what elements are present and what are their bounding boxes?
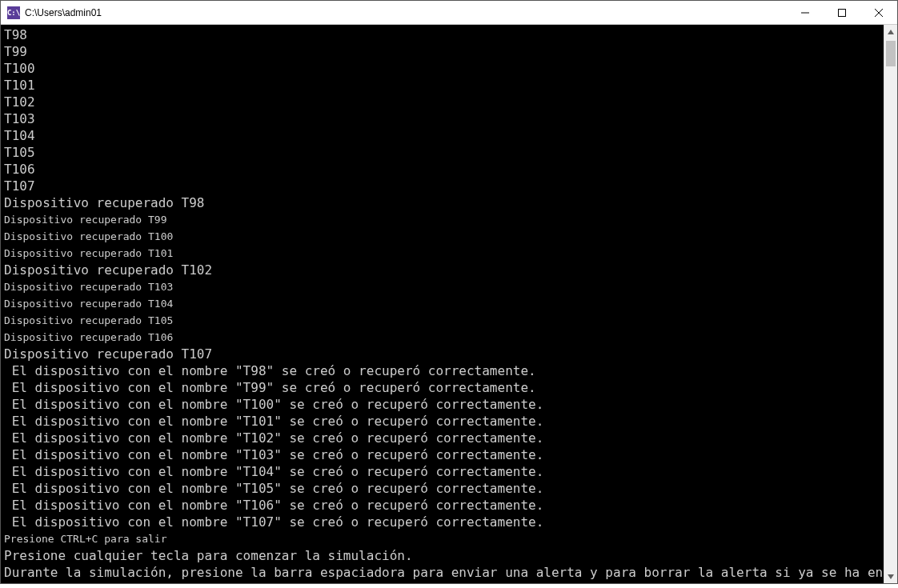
- scrollbar-down-arrow-icon[interactable]: [884, 570, 897, 583]
- console-line: T103: [4, 110, 880, 127]
- console-line: El dispositivo con el nombre "T106" se c…: [4, 497, 880, 514]
- console-line: El dispositivo con el nombre "T103" se c…: [4, 446, 880, 463]
- console-line: El dispositivo con el nombre "T107" se c…: [4, 514, 880, 530]
- page-edge: [0, 584, 898, 588]
- app-icon: C:\: [7, 6, 20, 19]
- console-line: El dispositivo con el nombre "T98" se cr…: [4, 362, 880, 379]
- console-line: T101: [4, 77, 880, 94]
- console-line: Dispositivo recuperado T98: [4, 194, 880, 211]
- vertical-scrollbar[interactable]: [884, 25, 897, 583]
- console-line: Presione cualquier tecla para comenzar l…: [4, 547, 880, 564]
- console-line: T102: [4, 94, 880, 110]
- close-button[interactable]: [860, 1, 897, 25]
- console-line: El dispositivo con el nombre "T105" se c…: [4, 480, 880, 497]
- maximize-button[interactable]: [824, 1, 860, 25]
- console-line: Dispositivo recuperado T105: [4, 312, 880, 329]
- console-line: T107: [4, 178, 880, 194]
- console-line: T100: [4, 60, 880, 77]
- console-line: Dispositivo recuperado T106: [4, 329, 880, 346]
- console-line: Dispositivo recuperado T99: [4, 211, 880, 228]
- scrollbar-up-arrow-icon[interactable]: [884, 25, 897, 38]
- console-line: El dispositivo con el nombre "T104" se c…: [4, 463, 880, 480]
- console-line: Durante la simulación, presione la barra…: [4, 564, 880, 581]
- console-line: T106: [4, 161, 880, 178]
- console-line: El dispositivo con el nombre "T99" se cr…: [4, 379, 880, 396]
- console-line: T98: [4, 26, 880, 43]
- console-line: El dispositivo con el nombre "T100" se c…: [4, 396, 880, 413]
- minimize-button[interactable]: [787, 1, 824, 25]
- console-output[interactable]: T98T99T100T101T102T103T104T105T106T107Di…: [1, 25, 884, 583]
- console-window: C:\ C:\Users\admin01 T98T99T100T101T102T…: [0, 0, 898, 584]
- console-line: Dispositivo recuperado T103: [4, 278, 880, 295]
- console-line: El dispositivo con el nombre "T101" se c…: [4, 413, 880, 430]
- console-line: Presione CTRL+C para salir: [4, 530, 880, 547]
- console-line: Dispositivo recuperado T102: [4, 262, 880, 278]
- svg-marker-4: [888, 30, 894, 34]
- svg-rect-1: [839, 9, 846, 16]
- client-area: T98T99T100T101T102T103T104T105T106T107Di…: [1, 25, 897, 583]
- console-line: Dispositivo recuperado T107: [4, 346, 880, 362]
- console-line: T105: [4, 144, 880, 161]
- svg-marker-5: [888, 574, 894, 579]
- console-line: Dispositivo recuperado T104: [4, 295, 880, 312]
- console-line: El dispositivo con el nombre "T102" se c…: [4, 430, 880, 446]
- window-title: C:\Users\admin01: [25, 7, 102, 18]
- console-line: Dispositivo recuperado T101: [4, 245, 880, 262]
- window-titlebar[interactable]: C:\ C:\Users\admin01: [1, 1, 897, 25]
- console-line: T99: [4, 43, 880, 60]
- console-line: Dispositivo recuperado T100: [4, 228, 880, 245]
- scrollbar-thumb[interactable]: [886, 41, 896, 66]
- console-line: T104: [4, 127, 880, 144]
